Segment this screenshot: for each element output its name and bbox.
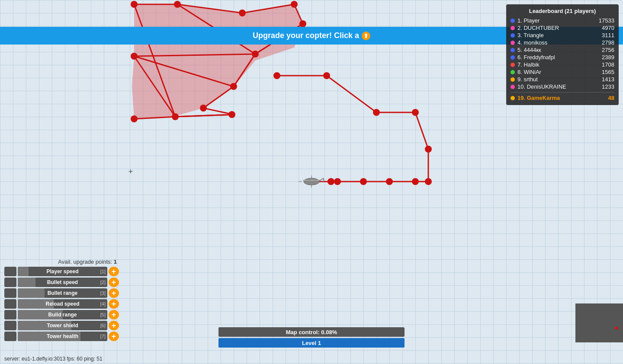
- upgrade-row: Tower shield [6] +: [4, 321, 119, 330]
- upgrade-panel: Avail. upgrade points: 1 Player speed [1…: [4, 259, 119, 342]
- upgrade-plus-button[interactable]: +: [109, 332, 119, 341]
- upgrade-row: Reload speed [4] +: [4, 299, 119, 309]
- upgrade-fill: [18, 278, 35, 287]
- svg-point-19: [131, 53, 138, 60]
- leaderboard-row: 4. monikoss 2798: [511, 39, 614, 46]
- upgrade-plus-button[interactable]: +: [109, 288, 119, 298]
- upgrade-row: Player speed [1] +: [4, 267, 119, 276]
- player-dot: [511, 70, 515, 74]
- self-rank-name: 19. GameKarma: [517, 95, 594, 101]
- svg-point-10: [174, 1, 181, 8]
- svg-point-32: [304, 178, 319, 185]
- upgrade-fill: [18, 267, 29, 276]
- upgrade-toggle[interactable]: [4, 310, 16, 319]
- leaderboard-row: 6. Freddyfnafpl 2389: [511, 54, 614, 61]
- upgrade-num: [2]: [100, 280, 106, 285]
- svg-point-21: [273, 72, 280, 79]
- upgrade-toggle[interactable]: [4, 299, 16, 309]
- svg-point-28: [360, 178, 367, 185]
- upgrade-row: Tower health [7] +: [4, 332, 119, 341]
- upgrade-bar: Reload speed [4]: [18, 299, 107, 309]
- svg-point-24: [412, 109, 419, 116]
- player-dot: [511, 63, 515, 67]
- status-bar: server: eu1-1.defly.io:3013 fps: 60 ping…: [4, 356, 103, 362]
- player-rank-name: 6. Freddyfnafpl: [517, 54, 594, 61]
- upgrade-plus-button[interactable]: +: [109, 267, 119, 276]
- upgrade-plus-button[interactable]: +: [109, 310, 119, 319]
- level-label: Level 1: [302, 340, 321, 346]
- player-rank-name: 10. DenisUKRAINE: [517, 83, 594, 90]
- player-dot: [511, 77, 515, 82]
- player-score: 2389: [597, 54, 614, 61]
- leaderboard-row: 5. 4444кк 2756: [511, 46, 614, 54]
- leaderboard-self-row: 19. GameKarma 48: [511, 94, 614, 102]
- upgrade-num: [6]: [100, 323, 106, 328]
- player-score: 1233: [597, 83, 614, 90]
- player-score: 4970: [597, 25, 614, 31]
- upgrade-bar: Build range [5]: [18, 310, 107, 319]
- banner-text: Upgrade your copter! Click a: [253, 31, 359, 40]
- upgrade-num: [1]: [100, 269, 106, 274]
- upgrade-bar: Tower shield [6]: [18, 321, 107, 330]
- upgrade-num: [3]: [100, 291, 106, 296]
- svg-line-5: [175, 115, 234, 117]
- crosshair: +: [128, 168, 133, 176]
- leaderboard-list: 1. Player 17533 2. DUCHTUBER 4970 3. Tri…: [511, 17, 614, 90]
- player-score: 3111: [597, 32, 614, 38]
- upgrade-bar: Bullet speed [2]: [18, 278, 107, 287]
- leaderboard-row: 7. Halbik 1708: [511, 61, 614, 68]
- upgrade-num: [7]: [100, 334, 106, 339]
- upgrade-toggle[interactable]: [4, 288, 16, 298]
- player-rank-name: 1. Player: [517, 17, 594, 24]
- upgrade-fill: [18, 288, 45, 298]
- player-score: 1565: [597, 69, 614, 75]
- leaderboard-row: 9. srthut 1413: [511, 76, 614, 83]
- leaderboard-title: Leaderboard (21 players): [511, 8, 614, 14]
- svg-point-31: [328, 178, 334, 185]
- mini-map: [575, 303, 623, 342]
- svg-point-23: [373, 109, 380, 116]
- svg-point-30: [412, 178, 419, 185]
- upgrade-row: Build range [5] +: [4, 310, 119, 319]
- upgrade-toggle[interactable]: [4, 278, 16, 287]
- player-rank-name: 8. WiNiAr: [517, 69, 594, 75]
- upgrade-label: Reload speed: [45, 301, 79, 307]
- upgrade-plus-button[interactable]: +: [109, 278, 119, 287]
- upgrade-label: Bullet range: [48, 290, 77, 296]
- player-dot: [511, 19, 515, 23]
- upgrade-toggle[interactable]: [4, 332, 16, 341]
- upgrade-toggle[interactable]: [4, 267, 16, 276]
- svg-point-9: [131, 1, 138, 8]
- leaderboard-row: 1. Player 17533: [511, 17, 614, 24]
- svg-point-29: [386, 178, 393, 185]
- upgrade-num: [5]: [100, 312, 106, 317]
- svg-point-11: [239, 10, 246, 16]
- upgrade-row: Bullet speed [2] +: [4, 278, 119, 287]
- player-rank-name: 7. Halbik: [517, 61, 594, 68]
- player-rank-name: 2. DUCHTUBER: [517, 25, 594, 31]
- player-score: 1413: [597, 76, 614, 83]
- player-dot: [511, 41, 515, 45]
- svg-point-20: [228, 111, 235, 118]
- player-score: 1708: [597, 61, 614, 68]
- upgrade-bar: Bullet range [3]: [18, 288, 107, 298]
- svg-point-13: [299, 20, 306, 27]
- upgrade-plus-button[interactable]: +: [109, 321, 119, 330]
- level-progress: Level 1: [218, 338, 405, 348]
- player-rank-name: 3. Triangle: [517, 32, 594, 38]
- leaderboard-row: 3. Triangle 3111: [511, 32, 614, 39]
- player-dot: [511, 48, 515, 52]
- svg-point-25: [425, 146, 432, 153]
- player-rank-name: 9. srthut: [517, 76, 594, 83]
- player-score: 2756: [597, 47, 614, 53]
- svg-point-17: [172, 113, 179, 120]
- svg-point-22: [323, 72, 330, 79]
- map-control-bar: Map control: 0.08% Level 1: [218, 327, 405, 349]
- upgrade-plus-button[interactable]: +: [109, 299, 119, 309]
- svg-point-12: [291, 1, 298, 8]
- map-control-label: Map control: 0.08%: [286, 329, 337, 335]
- avail-points: Avail. upgrade points: 1: [4, 259, 119, 265]
- upgrade-toggle[interactable]: [4, 321, 16, 330]
- leaderboard-row: 2. DUCHTUBER 4970: [511, 24, 614, 32]
- upgrade-bar: Tower health [7]: [18, 332, 107, 341]
